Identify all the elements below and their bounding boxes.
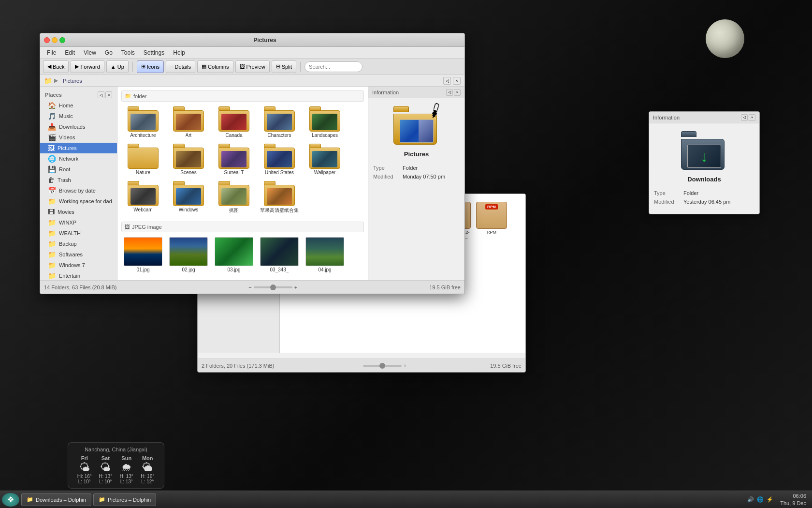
menu-settings[interactable]: Settings <box>140 48 168 57</box>
back-button[interactable]: ◀ Back <box>43 60 69 73</box>
dl-zoom-out[interactable]: − <box>358 363 361 369</box>
jpeg-label: 04.jpg <box>318 267 331 272</box>
menu-file[interactable]: File <box>43 48 60 57</box>
folder-item[interactable]: Wallpaper <box>303 142 347 177</box>
pictures-icon: 🖼 <box>48 144 55 152</box>
info-panel-close[interactable]: × <box>454 89 461 96</box>
music-icon: 🎵 <box>48 112 56 120</box>
search-input[interactable] <box>304 61 362 72</box>
clock[interactable]: 06:06 Thu, 9 Dec <box>776 493 810 507</box>
jpeg-item[interactable]: 02.jpg <box>167 235 210 274</box>
details-view-button[interactable]: ≡ Details <box>166 60 195 73</box>
sidebar-item-downloads[interactable]: 📥 Downloads <box>40 121 117 132</box>
folder-item[interactable]: Characters <box>258 105 301 140</box>
volume-icon[interactable]: 🔊 <box>747 496 754 503</box>
network-icon: 🌐 <box>48 155 56 163</box>
taskbar-pictures-btn[interactable]: 📁 Pictures – Dolphin <box>93 493 156 506</box>
sidebar-toggle[interactable]: ◁ <box>98 91 104 98</box>
folder-item[interactable]: Architecture <box>121 105 165 140</box>
minimize-button[interactable] <box>52 37 58 43</box>
info-folder-overlay <box>400 120 434 143</box>
breadcrumb-folder-icon: 📁 <box>44 77 52 85</box>
sidebar-item-backup[interactable]: 📁 Backup <box>40 239 117 249</box>
folder-item[interactable]: Windows <box>167 179 210 216</box>
folder-item[interactable]: Nature <box>121 142 165 177</box>
file-content: 📁 folder Architecture Art Canada <box>117 87 368 280</box>
network-tray-icon[interactable]: 🌐 <box>757 496 764 503</box>
sidebar-item-movies[interactable]: 🎞 Movies <box>40 207 117 217</box>
folder-item[interactable]: Landscapes <box>303 105 347 140</box>
sidebar-item-root[interactable]: 💾 Root <box>40 164 117 175</box>
calendar-icon: 📅 <box>48 187 56 194</box>
info-panel: Information ◁ × 🖌 Pictu <box>368 87 464 280</box>
dl-zoom-slider[interactable] <box>363 365 402 367</box>
sidebar-item-trash[interactable]: 🗑 Trash <box>40 175 117 185</box>
preview-button[interactable]: 🖼 Preview <box>235 60 270 73</box>
zoom-in-icon[interactable]: + <box>294 284 297 290</box>
folder-item[interactable]: Surreal T <box>212 142 256 177</box>
taskbar-downloads-btn[interactable]: 📁 Downloads – Dolphin <box>21 493 91 506</box>
breadcrumb-pictures[interactable]: Pictures <box>60 77 85 85</box>
jpeg-item[interactable]: 04.jpg <box>303 235 347 274</box>
dl-info-toggle[interactable]: ◁ <box>741 114 748 121</box>
sidebar-item-videos[interactable]: 🎬 Videos <box>40 132 117 143</box>
folder-label: Characters <box>268 133 291 138</box>
icons-view-button[interactable]: ⊞ Icons <box>137 60 164 73</box>
split-button[interactable]: ⊟ Split <box>272 60 296 73</box>
folder-item[interactable]: 抓图 <box>212 179 256 216</box>
menu-tools[interactable]: Tools <box>117 48 139 57</box>
sidebar-item-music[interactable]: 🎵 Music <box>40 111 117 121</box>
info-panel-header: Information ◁ × <box>368 87 464 98</box>
dl-file-count: 2 Folders, 20 Files (171.3 MiB) <box>202 363 274 369</box>
menu-edit[interactable]: Edit <box>61 48 79 57</box>
info-panel-toggle[interactable]: ◁ <box>446 89 453 96</box>
root-icon: 💾 <box>48 165 56 173</box>
forward-button[interactable]: ▶ Forward <box>71 60 104 73</box>
sidebar-item-browse-by-date[interactable]: 📅 Browse by date <box>40 185 117 196</box>
sidebar-item-pictures[interactable]: 🖼 Pictures <box>40 143 117 153</box>
sidebar-item-windows7[interactable]: 📁 Windows 7 <box>40 260 117 270</box>
close-button[interactable] <box>44 37 50 43</box>
sidebar-item-network[interactable]: 🌐 Network <box>40 153 117 164</box>
maximize-button[interactable] <box>59 37 65 43</box>
folder-item[interactable]: Art <box>167 105 210 140</box>
sidebar-close[interactable]: × <box>105 91 112 98</box>
weather-day-hi: Hi: 16° <box>74 474 95 479</box>
dl-zoom-in[interactable]: + <box>404 363 406 369</box>
sidebar-item-winxp[interactable]: 📁 WINXP <box>40 217 117 228</box>
up-button[interactable]: ▲ Up <box>106 60 129 73</box>
zoom-slider[interactable] <box>254 286 292 288</box>
dl-info-folder: ↓ <box>681 131 727 170</box>
folder-item[interactable]: Scenes <box>167 142 210 177</box>
dl-folder-tab <box>681 131 696 137</box>
menu-view[interactable]: View <box>80 48 100 57</box>
file-count: 14 Folders, 63 Files (20.8 MiB) <box>44 284 116 290</box>
folder-item[interactable]: 苹果高清壁纸合集 <box>258 179 301 216</box>
folder-item[interactable]: Canada <box>212 105 256 140</box>
columns-view-button[interactable]: ▦ Columns <box>197 60 233 73</box>
info-close-btn[interactable]: × <box>453 77 461 85</box>
sidebar-item-softwares[interactable]: 📁 Softwares <box>40 249 117 260</box>
dl-info-close[interactable]: × <box>749 114 755 121</box>
sidebar-item-home[interactable]: 🏠 Home <box>40 100 117 111</box>
menu-help[interactable]: Help <box>169 48 189 57</box>
clock-date: Thu, 9 Dec <box>780 500 806 507</box>
jpeg-item[interactable]: 03.jpg <box>212 235 256 274</box>
zoom-out-icon[interactable]: − <box>248 284 251 290</box>
start-button[interactable]: ❖ <box>2 493 19 507</box>
weather-day-lo: L: 10° <box>95 479 116 484</box>
folder-item[interactable]: Webcam <box>121 179 165 216</box>
sidebar-item-wealth[interactable]: 📁 WEALTH <box>40 228 117 239</box>
statusbar: 14 Folders, 63 Files (20.8 MiB) − + 19.5… <box>40 280 464 294</box>
folder-item[interactable]: United States <box>258 142 301 177</box>
rpm-item[interactable]: RPM RPM <box>476 202 507 239</box>
sidebar-item-entertain[interactable]: 📁 Entertain <box>40 270 117 280</box>
weather-day-hi: H: 13° <box>95 474 116 479</box>
folder-label: Art <box>186 133 192 138</box>
battery-icon[interactable]: ⚡ <box>767 496 773 503</box>
info-toggle-btn[interactable]: ◁ <box>443 77 451 85</box>
jpeg-item[interactable]: 03_343_ <box>258 235 301 274</box>
jpeg-item[interactable]: 01.jpg <box>121 235 165 274</box>
menu-go[interactable]: Go <box>101 48 116 57</box>
sidebar-item-working-space[interactable]: 📁 Working space for dad <box>40 196 117 207</box>
